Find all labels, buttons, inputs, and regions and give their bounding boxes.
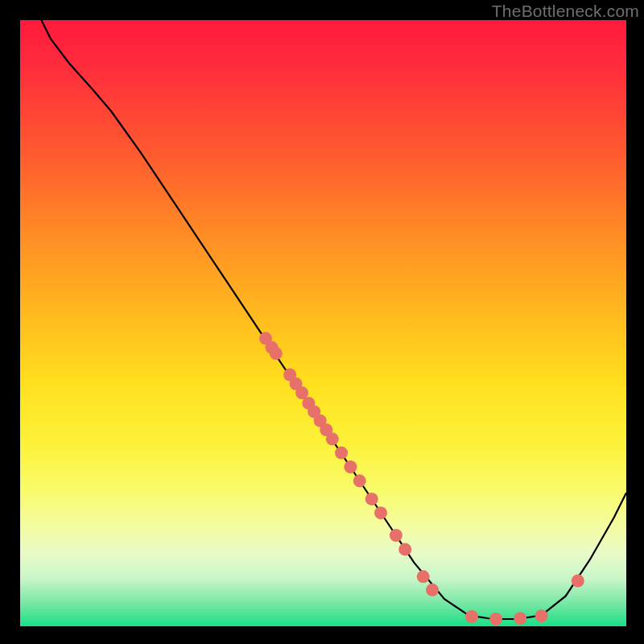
watermark-text: TheBottleneck.com — [492, 2, 639, 21]
gradient-background — [20, 20, 626, 626]
chart-frame — [20, 20, 626, 626]
